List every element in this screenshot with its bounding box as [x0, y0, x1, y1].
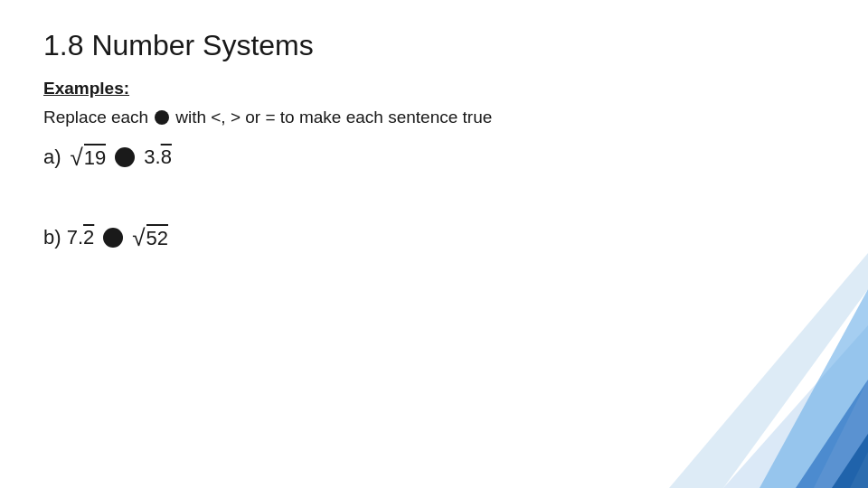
svg-marker-0 [723, 325, 868, 488]
problem-a: a) √ 19 3.8 [43, 144, 825, 170]
svg-marker-4 [669, 253, 868, 488]
problem-a-left-sqrt: √ 19 [71, 144, 107, 170]
problem-a-radicand: 19 [84, 144, 106, 170]
problem-b-left: b) 7.2 [43, 226, 94, 249]
sqrt-symbol-b: √ [132, 226, 145, 249]
svg-marker-1 [760, 289, 868, 488]
svg-marker-3 [832, 434, 868, 488]
problem-b-left-overline: 2 [83, 226, 94, 249]
problem-b-right-sqrt: √ 52 [132, 224, 168, 250]
bullet-placeholder [155, 110, 169, 125]
instruction-after: with <, > or = to make each sentence tru… [175, 108, 492, 127]
problem-a-bullet [115, 147, 135, 167]
page-title: 1.8 Number Systems [43, 29, 825, 62]
instruction-before: Replace each [43, 108, 148, 127]
examples-label: Examples: [43, 79, 825, 99]
problem-a-right-overline: 8 [161, 145, 172, 168]
problem-a-label: a) [43, 145, 61, 169]
problem-b-bullet [103, 228, 123, 248]
instruction-line: Replace each with <, > or = to make each… [43, 108, 825, 127]
problem-b-radicand: 52 [146, 224, 168, 250]
svg-marker-2 [796, 380, 868, 488]
problem-b: b) 7.2 √ 52 [43, 224, 825, 250]
sqrt-symbol-a: √ [71, 145, 83, 169]
problem-a-right: 3.8 [144, 145, 172, 169]
